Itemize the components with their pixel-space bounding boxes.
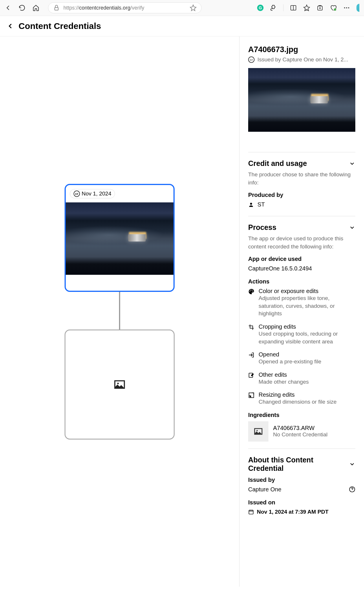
help-icon[interactable] xyxy=(349,486,355,493)
star-icon[interactable] xyxy=(190,4,197,11)
action-item: Resizing editsChanged dimensions or file… xyxy=(248,391,355,406)
credit-desc: The producer chose to share the followin… xyxy=(248,171,355,186)
graph-node-placeholder[interactable] xyxy=(65,330,175,440)
browser-toolbar: https://contentcredentials.org/verify G xyxy=(0,0,364,16)
split-screen-icon[interactable] xyxy=(290,4,297,11)
grammarly-icon[interactable]: G xyxy=(257,5,264,11)
date-chip: cr Nov 1, 2024 xyxy=(70,189,115,198)
action-item: Cropping editsUsed cropping tools, reduc… xyxy=(248,323,355,345)
open-icon xyxy=(248,352,255,366)
separator xyxy=(283,4,283,11)
action-title: Cropping edits xyxy=(259,323,355,330)
svg-rect-11 xyxy=(249,393,254,398)
about-title: About this Content Credential xyxy=(248,456,329,473)
preview-image xyxy=(248,68,355,132)
process-desc: The app or device used to produce this c… xyxy=(248,235,355,250)
image-icon xyxy=(253,427,263,436)
issued-on-label: Issued on xyxy=(248,499,355,506)
action-desc: Changed dimensions or file size xyxy=(259,398,336,406)
svg-rect-0 xyxy=(55,8,58,10)
graph-node-active[interactable]: cr Nov 1, 2024 xyxy=(65,184,175,292)
ingredients-label: Ingredients xyxy=(248,412,355,418)
address-bar[interactable]: https://contentcredentials.org/verify xyxy=(48,2,202,13)
action-desc: Made other changes xyxy=(259,378,309,386)
cr-badge-icon: cr xyxy=(248,56,255,63)
detail-panel: A7406673.jpg cr Issued by Capture One on… xyxy=(239,36,364,587)
back-chevron-icon[interactable] xyxy=(7,23,14,30)
action-title: Other edits xyxy=(259,371,309,378)
producer-name: ST xyxy=(257,201,265,208)
favorites-icon[interactable] xyxy=(303,4,310,11)
back-icon[interactable] xyxy=(5,4,12,11)
ingredient-row[interactable]: A7406673.ARW No Content Credential xyxy=(248,421,355,442)
process-title: Process xyxy=(248,223,276,232)
issued-on-value: Nov 1, 2024 at 7:39 AM PDT xyxy=(257,509,328,515)
extensions-icon[interactable] xyxy=(270,4,277,11)
action-item: Color or exposure editsAdjusted properti… xyxy=(248,288,355,318)
url-text: https://contentcredentials.org/verify xyxy=(63,5,186,11)
section-process: Process The app or device used to produc… xyxy=(248,216,355,449)
action-title: Resizing edits xyxy=(259,391,336,398)
action-desc: Used cropping tools, reducing or expandi… xyxy=(259,330,355,345)
resize-icon xyxy=(248,392,255,406)
action-desc: Opened a pre-existing file xyxy=(259,358,321,366)
chevron-down-icon[interactable] xyxy=(349,160,355,167)
profile-avatar[interactable] xyxy=(356,4,359,12)
action-desc: Adjusted properties like tone, saturatio… xyxy=(259,294,355,318)
provenance-graph: cr Nov 1, 2024 xyxy=(0,36,239,587)
reload-icon[interactable] xyxy=(19,4,25,11)
actions-label: Actions xyxy=(248,278,355,285)
svg-point-3 xyxy=(334,8,336,11)
calendar-icon xyxy=(248,509,254,515)
produced-by-label: Produced by xyxy=(248,192,355,198)
file-title: A7406673.jpg xyxy=(248,45,355,54)
svg-rect-15 xyxy=(249,510,253,514)
issued-by-label: Issued by xyxy=(248,477,355,483)
home-icon[interactable] xyxy=(32,4,39,11)
app-name: CaptureOne 16.5.0.2494 xyxy=(248,265,355,272)
svg-point-9 xyxy=(250,203,252,205)
action-title: Opened xyxy=(259,351,321,358)
issued-summary: cr Issued by Capture One on Nov 1, 2... xyxy=(248,56,355,63)
ingredient-sub: No Content Credential xyxy=(273,431,328,438)
chevron-down-icon[interactable] xyxy=(349,461,355,467)
svg-point-13 xyxy=(257,430,258,431)
heart-health-icon[interactable] xyxy=(330,4,337,11)
svg-point-8 xyxy=(117,382,119,384)
more-icon[interactable] xyxy=(343,4,350,11)
app-label: App or device used xyxy=(248,256,355,262)
svg-point-5 xyxy=(346,7,347,8)
node-thumbnail xyxy=(66,202,173,275)
ingredient-name: A7406673.ARW xyxy=(273,425,328,431)
ingredient-thumb xyxy=(248,421,268,442)
edit-icon xyxy=(248,372,255,386)
palette-icon xyxy=(248,288,255,318)
producer-row: ST xyxy=(248,201,355,208)
page-header: Content Credentials xyxy=(0,16,364,36)
svg-point-4 xyxy=(344,7,345,8)
action-title: Color or exposure edits xyxy=(259,288,355,294)
image-placeholder-icon xyxy=(113,378,126,391)
person-icon xyxy=(248,202,254,208)
svg-point-6 xyxy=(348,7,349,8)
lock-icon xyxy=(53,4,60,11)
action-item: OpenedOpened a pre-existing file xyxy=(248,351,355,366)
issued-by-value: Capture One xyxy=(248,486,281,493)
section-credit: Credit and usage The producer chose to s… xyxy=(248,152,355,216)
action-item: Other editsMade other changes xyxy=(248,371,355,386)
section-about: About this Content Credential Issued by … xyxy=(248,449,355,522)
chevron-down-icon[interactable] xyxy=(349,224,355,231)
page-title: Content Credentials xyxy=(19,21,101,31)
crop-icon xyxy=(248,324,255,345)
collections-icon[interactable] xyxy=(317,4,323,11)
node-date: Nov 1, 2024 xyxy=(82,191,111,197)
cr-badge-icon: cr xyxy=(74,191,80,197)
graph-connector xyxy=(119,292,120,330)
credit-title: Credit and usage xyxy=(248,159,307,168)
